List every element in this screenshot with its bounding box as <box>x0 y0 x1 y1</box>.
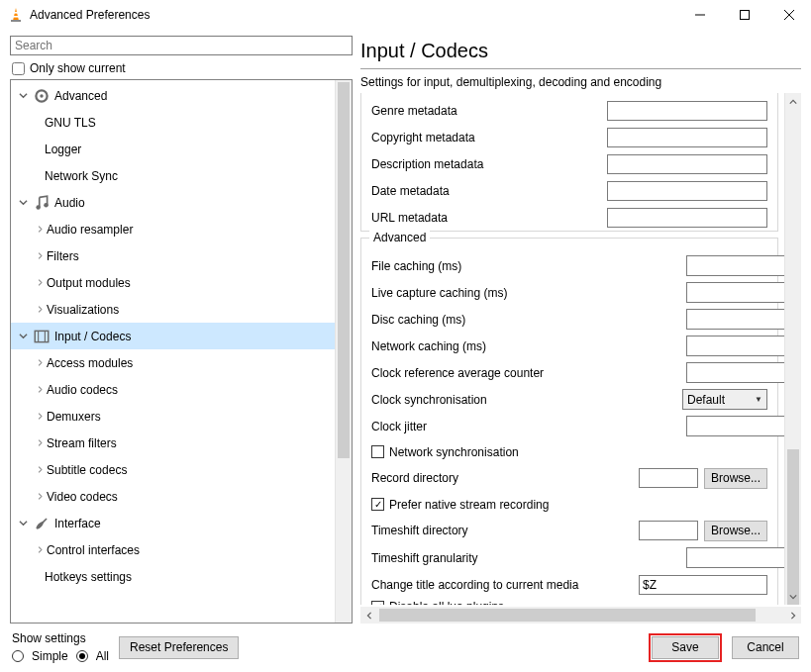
live-caching-spinner[interactable]: ▲▼ <box>686 282 767 303</box>
chevron-right-icon[interactable] <box>33 386 47 393</box>
disable-lua-checkbox[interactable]: ✓Disable all lua plugins <box>361 598 777 605</box>
music-note-icon <box>33 194 51 212</box>
url-metadata-input[interactable] <box>607 208 767 228</box>
record-dir-input[interactable] <box>639 468 698 488</box>
copyright-metadata-input[interactable] <box>607 128 767 147</box>
simple-radio[interactable] <box>12 650 24 662</box>
tree-item-input-codecs[interactable]: Input / Codecs <box>11 323 335 349</box>
disc-caching-label: Disc caching (ms) <box>371 313 686 327</box>
record-dir-browse-button[interactable]: Browse... <box>704 468 767 489</box>
scroll-up-icon[interactable] <box>785 93 801 110</box>
chevron-right-icon[interactable] <box>33 546 47 553</box>
only-show-current-box[interactable] <box>12 62 25 75</box>
minimize-button[interactable] <box>677 0 722 30</box>
scrollbar-thumb[interactable] <box>379 609 756 622</box>
save-button[interactable]: Save <box>652 636 719 659</box>
chevron-right-icon[interactable] <box>33 413 47 420</box>
description-metadata-input[interactable] <box>607 154 767 174</box>
tree-item-filters[interactable]: Filters <box>11 242 335 269</box>
cancel-button[interactable]: Cancel <box>732 636 799 659</box>
scroll-right-icon[interactable] <box>784 612 801 620</box>
chevron-right-icon[interactable] <box>33 279 47 286</box>
settings-hscrollbar[interactable] <box>360 607 801 624</box>
copyright-metadata-label: Copyright metadata <box>371 131 607 144</box>
close-button[interactable] <box>766 0 811 30</box>
svg-rect-3 <box>11 20 21 22</box>
footer: Show settings Simple All Reset Preferenc… <box>0 624 811 663</box>
only-show-current-checkbox[interactable]: Only show current <box>10 59 353 79</box>
chevron-right-icon[interactable] <box>33 226 47 233</box>
chevron-right-icon[interactable] <box>33 359 47 366</box>
tree-item-subtitle-codecs[interactable]: Subtitle codecs <box>11 456 335 483</box>
clock-jitter-spinner[interactable]: ▲▼ <box>686 416 767 436</box>
scrollbar-thumb[interactable] <box>787 449 799 605</box>
chevron-right-icon[interactable] <box>33 306 47 313</box>
film-reel-icon <box>33 328 51 345</box>
tree-item-visualizations[interactable]: Visualizations <box>11 296 335 323</box>
url-metadata-label: URL metadata <box>371 211 607 225</box>
tree-item-video-codecs[interactable]: Video codecs <box>11 483 335 510</box>
timeshift-gran-label: Timeshift granularity <box>371 551 686 565</box>
timeshift-dir-input[interactable] <box>639 521 698 540</box>
scrollbar-thumb[interactable] <box>338 82 350 458</box>
chevron-down-icon[interactable] <box>15 519 31 528</box>
reset-preferences-button[interactable]: Reset Preferences <box>119 636 239 659</box>
settings-vscrollbar[interactable] <box>784 93 801 605</box>
scroll-down-icon[interactable] <box>785 588 801 605</box>
tree-item-audio[interactable]: Audio <box>11 189 335 216</box>
change-title-input[interactable] <box>639 575 767 595</box>
tree-item-interface[interactable]: Interface <box>11 510 335 536</box>
checkbox-icon[interactable] <box>371 445 384 458</box>
tree-item-network-sync[interactable]: Network Sync <box>11 162 335 189</box>
clock-ref-spinner[interactable]: ▲▼ <box>686 362 767 383</box>
tree-item-logger[interactable]: Logger <box>11 136 335 162</box>
clock-sync-select[interactable]: Default▼ <box>682 389 767 410</box>
chevron-right-icon[interactable] <box>33 439 47 446</box>
tree-item-control-interfaces[interactable]: Control interfaces <box>11 536 335 563</box>
tree-item-audio-resampler[interactable]: Audio resampler <box>11 216 335 242</box>
checkbox-checked-icon[interactable]: ✓ <box>371 498 384 511</box>
live-caching-label: Live capture caching (ms) <box>371 286 686 300</box>
file-caching-spinner[interactable]: ▲▼ <box>686 255 767 276</box>
tree-item-hotkeys-settings[interactable]: Hotkeys settings <box>11 563 335 590</box>
maximize-button[interactable] <box>722 0 766 30</box>
date-metadata-input[interactable] <box>607 181 767 201</box>
gear-icon <box>33 87 51 105</box>
svg-rect-5 <box>740 11 749 20</box>
tree-item-demuxers[interactable]: Demuxers <box>11 403 335 430</box>
search-input[interactable] <box>10 36 353 55</box>
tree-item-gnutls[interactable]: GNU TLS <box>11 109 335 136</box>
timeshift-gran-spinner[interactable]: ▲▼ <box>686 547 767 568</box>
vlc-cone-icon <box>8 7 24 23</box>
checkbox-checked-icon[interactable]: ✓ <box>371 601 384 606</box>
prefer-native-checkbox[interactable]: ✓Prefer native stream recording <box>361 492 777 517</box>
scroll-left-icon[interactable] <box>360 612 377 620</box>
tree-item-advanced[interactable]: Advanced <box>11 82 335 109</box>
chevron-right-icon[interactable] <box>33 252 47 259</box>
tree-item-access-modules[interactable]: Access modules <box>11 349 335 376</box>
svg-rect-13 <box>35 331 49 341</box>
clock-sync-label: Clock synchronisation <box>371 393 682 407</box>
chevron-right-icon[interactable] <box>33 466 47 473</box>
genre-metadata-input[interactable] <box>607 101 767 121</box>
tree-item-audio-codecs[interactable]: Audio codecs <box>11 376 335 403</box>
timeshift-dir-browse-button[interactable]: Browse... <box>704 521 767 541</box>
chevron-down-icon[interactable] <box>15 332 31 340</box>
chevron-down-icon[interactable] <box>15 198 31 207</box>
chevron-down-icon[interactable] <box>15 91 31 100</box>
titlebar: Advanced Preferences <box>0 0 811 30</box>
tree-scrollbar[interactable] <box>335 80 352 623</box>
chevron-right-icon[interactable] <box>33 493 47 500</box>
divider <box>360 68 801 69</box>
svg-rect-2 <box>13 16 19 18</box>
network-caching-spinner[interactable]: ▲▼ <box>686 336 767 356</box>
preferences-tree[interactable]: Advanced GNU TLS Logger Network Sync Aud… <box>11 80 335 623</box>
record-dir-label: Record directory <box>371 471 633 485</box>
left-pane: Only show current Advanced GNU TLS Logge… <box>10 36 353 624</box>
all-radio[interactable] <box>76 650 88 662</box>
network-sync-checkbox[interactable]: Network synchronisation <box>361 439 777 464</box>
disc-caching-spinner[interactable]: ▲▼ <box>686 309 767 330</box>
tree-item-output-modules[interactable]: Output modules <box>11 269 335 296</box>
tree-item-stream-filters[interactable]: Stream filters <box>11 430 335 456</box>
timeshift-dir-label: Timeshift directory <box>371 524 633 537</box>
